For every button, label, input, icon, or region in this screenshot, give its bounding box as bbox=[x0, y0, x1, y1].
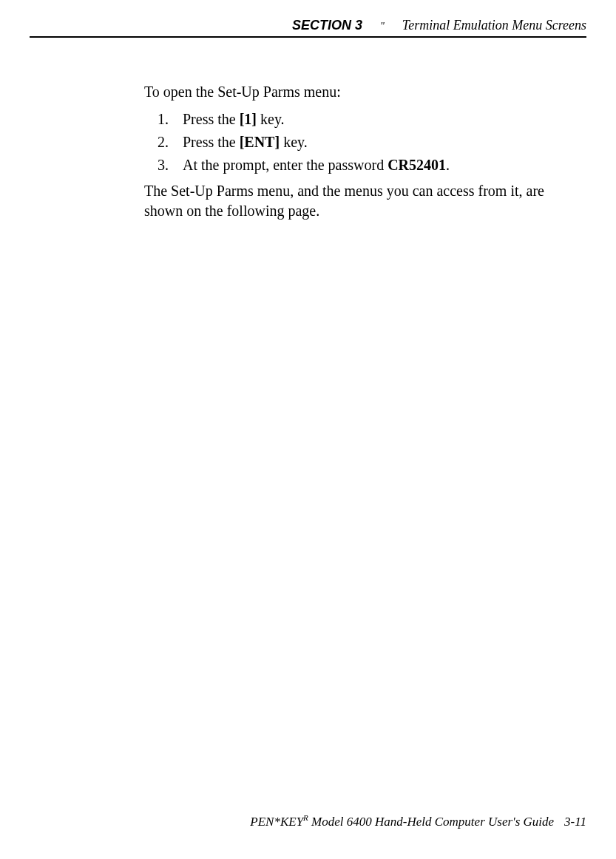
content-area: To open the Set-Up Parms menu: 1. Press … bbox=[144, 82, 572, 221]
intro-text: To open the Set-Up Parms menu: bbox=[144, 82, 572, 102]
list-item: 2. Press the [ENT] key. bbox=[158, 132, 572, 152]
step-prefix: Press the bbox=[183, 111, 240, 127]
footer-rest: Model 6400 Hand-Held Computer User's Gui… bbox=[308, 815, 554, 829]
list-text: At the prompt, enter the password CR5240… bbox=[183, 155, 572, 175]
step-prefix: Press the bbox=[183, 134, 240, 150]
header-title: Terminal Emulation Menu Screens bbox=[402, 18, 586, 33]
step-bold: [ENT] bbox=[240, 134, 280, 150]
list-number: 3. bbox=[158, 155, 183, 175]
step-prefix: At the prompt, enter the password bbox=[183, 157, 387, 173]
step-suffix: key. bbox=[280, 134, 308, 150]
list-number: 1. bbox=[158, 109, 183, 129]
footer-page-number: 3-11 bbox=[564, 815, 586, 829]
page-footer: PEN*KEYR Model 6400 Hand-Held Computer U… bbox=[250, 813, 586, 829]
step-suffix: . bbox=[446, 157, 450, 173]
page-header: SECTION 3 " Terminal Emulation Menu Scre… bbox=[30, 18, 586, 38]
footer-superscript: R bbox=[303, 813, 308, 822]
list-number: 2. bbox=[158, 132, 183, 152]
outro-text: The Set-Up Parms menu, and the menus you… bbox=[144, 181, 572, 221]
page: SECTION 3 " Terminal Emulation Menu Scre… bbox=[0, 0, 616, 859]
list-item: 3. At the prompt, enter the password CR5… bbox=[158, 155, 572, 175]
step-suffix: key. bbox=[257, 111, 285, 127]
list-text: Press the [1] key. bbox=[183, 109, 572, 129]
header-separator: " bbox=[380, 21, 385, 33]
list-text: Press the [ENT] key. bbox=[183, 132, 572, 152]
step-bold: CR52401 bbox=[387, 157, 446, 173]
step-bold: [1] bbox=[240, 111, 257, 127]
list-item: 1. Press the [1] key. bbox=[158, 109, 572, 129]
footer-brand: PEN*KEY bbox=[250, 815, 303, 829]
steps-list: 1. Press the [1] key. 2. Press the [ENT]… bbox=[158, 109, 572, 175]
section-label: SECTION 3 bbox=[292, 18, 362, 33]
